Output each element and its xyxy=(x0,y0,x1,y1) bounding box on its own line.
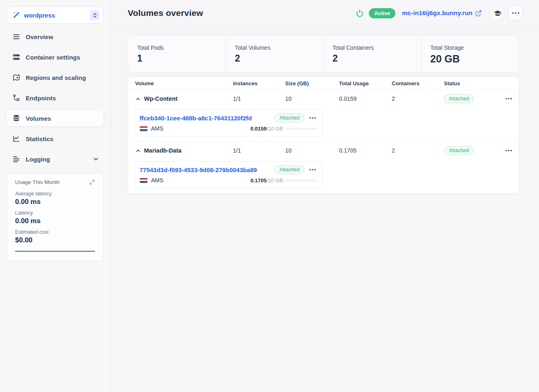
stat-value: 20 GB xyxy=(430,53,510,65)
menu-icon xyxy=(12,33,20,41)
sidebar-nav: Overview Container settings Regions xyxy=(7,29,104,167)
volume-group: Wp-Content 1/1 10 0.0159 2 Attached xyxy=(128,90,519,142)
stat-label: Total Storage xyxy=(430,44,510,51)
stat-total-storage: Total Storage 20 GB xyxy=(421,35,519,72)
app-url-text: mc-in16ij6gx.bunny.run xyxy=(402,9,472,17)
volume-containers: 2 xyxy=(392,147,444,154)
volume-total-usage: 0.0159 xyxy=(339,95,392,102)
app-selector[interactable]: wordpress xyxy=(7,7,104,24)
app-selector-label: wordpress xyxy=(24,12,90,19)
chevron-down-icon[interactable] xyxy=(92,155,100,163)
line-chart-icon xyxy=(12,135,20,143)
region-label: AMS xyxy=(151,125,163,132)
sidebar-item-statistics[interactable]: Statistics xyxy=(7,131,104,147)
column-header: Instances xyxy=(233,80,285,86)
sidebar-item-logging[interactable]: Logging xyxy=(7,151,104,167)
metric-label: Estimated cost xyxy=(15,229,95,235)
latency-sparkline xyxy=(15,251,95,252)
volume-instance-id-link[interactable]: ffceb340-1cee-488b-a8c1-76431120f2fd xyxy=(140,115,252,122)
usage-progressbar xyxy=(286,128,317,130)
sidebar-item-label: Container settings xyxy=(26,54,80,61)
metric-label: Average latency xyxy=(15,191,95,197)
volume-instance-list: ffceb340-1cee-488b-a8c1-76431120f2fd Att… xyxy=(128,107,519,142)
usage-capacity: /10 GB xyxy=(267,126,283,132)
external-link-icon xyxy=(475,10,482,17)
sidebar: wordpress Overview xyxy=(0,0,111,392)
stat-value: 2 xyxy=(333,53,412,64)
attached-badge: Attached xyxy=(275,113,304,122)
attached-badge: Attached xyxy=(444,146,474,155)
more-actions-button[interactable] xyxy=(508,6,523,20)
metric-label: Latency xyxy=(15,210,95,216)
sidebar-item-container-settings[interactable]: Container settings xyxy=(7,49,104,65)
collapse-chevron-icon[interactable] xyxy=(135,96,141,102)
column-header: Status xyxy=(444,80,491,86)
volume-name: Mariadb-Data xyxy=(144,147,182,154)
column-header: Size (GB) xyxy=(285,80,339,86)
usage-value: 0.1705/10 GB xyxy=(251,177,283,184)
server-stack-icon xyxy=(12,53,20,61)
row-menu-button[interactable] xyxy=(504,96,514,101)
ellipsis-icon xyxy=(309,117,316,119)
sidebar-item-label: Endpoints xyxy=(26,95,56,102)
volume-size: 10 xyxy=(285,147,339,154)
sidebar-item-label: Regions and scaling xyxy=(26,74,86,81)
expand-icon[interactable] xyxy=(89,179,95,185)
sidebar-item-volumes[interactable]: Volumes xyxy=(7,110,104,126)
attached-badge: Attached xyxy=(444,94,474,103)
usage-this-month-card: Usage This Month Average latency 0.00 ms… xyxy=(7,173,104,261)
app-url-link[interactable]: mc-in16ij6gx.bunny.run xyxy=(402,9,482,17)
volume-name: Wp-Content xyxy=(144,95,177,102)
usage-capacity: /10 GB xyxy=(267,177,283,184)
stat-value: 1 xyxy=(137,53,217,64)
ellipsis-icon xyxy=(506,150,512,151)
magic-wand-icon xyxy=(12,11,20,19)
database-icon xyxy=(12,114,20,122)
volume-row[interactable]: Mariadb-Data 1/1 10 0.1705 2 Attached xyxy=(128,142,519,159)
volume-instance-list: 77543d3d-f093-4533-9d08-279b0043ba89 Att… xyxy=(128,159,519,193)
stat-label: Total Volumes xyxy=(235,44,315,51)
instance-menu-button[interactable] xyxy=(308,167,317,172)
metric-value: 0.00 ms xyxy=(15,198,95,206)
usage-progressbar xyxy=(286,179,317,182)
netherlands-flag-icon xyxy=(140,126,148,131)
selector-chevrons-icon[interactable] xyxy=(90,10,100,20)
ellipsis-icon xyxy=(309,169,316,171)
row-menu-button[interactable] xyxy=(504,148,514,153)
sidebar-item-endpoints[interactable]: Endpoints xyxy=(7,90,104,106)
page-title: Volumes overview xyxy=(128,8,203,18)
app-root: wordpress Overview xyxy=(0,0,539,392)
collapse-chevron-icon[interactable] xyxy=(135,148,141,154)
instance-menu-button[interactable] xyxy=(308,115,317,120)
log-lines-icon xyxy=(12,155,20,163)
stats-summary: Total Pods 1 Total Volumes 2 Total Conta… xyxy=(128,35,519,73)
stat-total-containers: Total Containers 2 xyxy=(323,35,421,72)
sidebar-item-label: Logging xyxy=(26,156,50,163)
column-header: Containers xyxy=(392,80,444,86)
ellipsis-icon xyxy=(512,12,519,14)
volumes-table: Volume Instances Size (GB) Total Usage C… xyxy=(128,77,519,194)
stat-value: 2 xyxy=(235,53,315,64)
column-header: Total Usage xyxy=(339,80,392,86)
content: Total Pods 1 Total Volumes 2 Total Conta… xyxy=(111,27,539,194)
sidebar-item-label: Statistics xyxy=(26,135,53,142)
volume-row[interactable]: Wp-Content 1/1 10 0.0159 2 Attached xyxy=(128,90,519,107)
sidebar-item-overview[interactable]: Overview xyxy=(7,29,104,45)
volume-total-usage: 0.1705 xyxy=(339,147,392,154)
sidebar-item-regions-scaling[interactable]: Regions and scaling xyxy=(7,69,104,86)
region-label: AMS xyxy=(151,177,163,184)
volume-size: 10 xyxy=(285,95,339,102)
stat-total-pods: Total Pods 1 xyxy=(128,35,226,72)
netherlands-flag-icon xyxy=(140,178,148,183)
stat-label: Total Containers xyxy=(333,44,412,51)
academy-button[interactable] xyxy=(490,6,505,20)
volume-instance-id-link[interactable]: 77543d3d-f093-4533-9d08-279b0043ba89 xyxy=(140,166,257,173)
power-icon[interactable] xyxy=(355,9,364,18)
volume-containers: 2 xyxy=(392,95,444,102)
usage-value: 0.0159/10 GB xyxy=(251,126,283,132)
status-badge: Active xyxy=(369,8,395,18)
volume-instance-card: 77543d3d-f093-4533-9d08-279b0043ba89 Att… xyxy=(134,161,323,188)
volume-instances: 1/1 xyxy=(233,95,285,102)
usage-card-title: Usage This Month xyxy=(15,179,60,185)
metric-value: 0.00 ms xyxy=(15,217,95,225)
